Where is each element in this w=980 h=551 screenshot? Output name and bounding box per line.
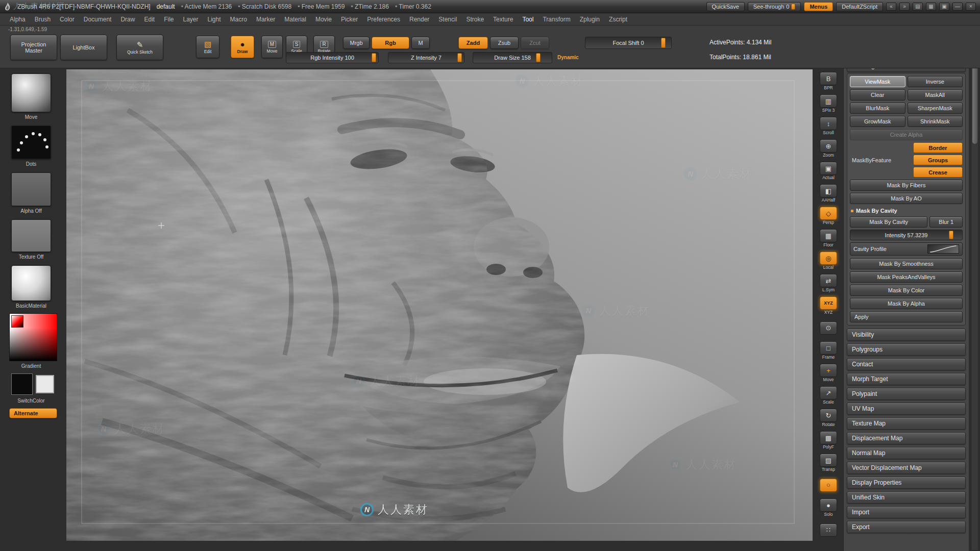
quicksave-button[interactable]: QuickSave xyxy=(706,2,745,11)
see-through-slider[interactable]: See-through 0 xyxy=(748,2,801,11)
layout-icon[interactable]: ▦ xyxy=(926,3,936,11)
section-unified-skin[interactable]: Unified Skin xyxy=(847,491,966,504)
section-morph-target[interactable]: Morph Target xyxy=(847,373,966,385)
blurmask-button[interactable]: BlurMask xyxy=(850,103,905,114)
mask-peaks-and-valleys-button[interactable]: Mask PeaksAndValleys xyxy=(850,271,963,283)
menu-light[interactable]: Light xyxy=(203,16,226,23)
see-through-handle[interactable] xyxy=(791,4,795,10)
menu-zscript[interactable]: Zscript xyxy=(604,16,632,23)
section-polypaint[interactable]: Polypaint xyxy=(847,388,966,400)
menu-layer[interactable]: Layer xyxy=(179,16,203,23)
persp-button[interactable]: ◇Persp xyxy=(817,205,840,227)
xyz-button[interactable]: XYZXYZ xyxy=(817,295,840,316)
menu-material[interactable]: Material xyxy=(280,16,311,23)
scale-3d-button[interactable]: ↗Scale xyxy=(817,385,840,406)
section-normal-map[interactable]: Normal Map xyxy=(847,447,966,459)
frame-button[interactable]: □Frame xyxy=(817,340,840,361)
menu-alpha[interactable]: Alpha xyxy=(5,16,30,23)
bpr-button[interactable]: BBPR xyxy=(817,70,840,92)
color-picker-inner-swatch[interactable] xyxy=(11,315,23,328)
feature-border-button[interactable]: Border xyxy=(913,142,963,153)
menu-movie[interactable]: Movie xyxy=(311,16,336,23)
ghost-button[interactable]: ○ xyxy=(817,474,840,496)
mask-by-alpha-button[interactable]: Mask By Alpha xyxy=(850,298,963,309)
cavity-intensity-handle[interactable] xyxy=(949,231,953,239)
panels-icon[interactable]: ▤ xyxy=(913,3,923,11)
section-displacement-map[interactable]: Displacement Map xyxy=(847,432,966,444)
mask-by-smoothness-button[interactable]: Mask By Smoothness xyxy=(850,258,963,269)
section-contact[interactable]: Contact xyxy=(847,358,966,370)
growmask-button[interactable]: GrowMask xyxy=(850,116,905,127)
menu-tool[interactable]: Tool xyxy=(518,16,538,23)
floor-button[interactable]: ▦Floor xyxy=(817,228,840,249)
create-alpha-button[interactable]: Create Alpha xyxy=(850,129,963,140)
section-uv-map[interactable]: UV Map xyxy=(847,403,966,415)
grid-button[interactable]: ∷ xyxy=(817,519,840,541)
rgb-intensity-slider[interactable]: Rgb Intensity 100 xyxy=(286,52,379,63)
section-vector-displacement-map[interactable]: Vector Displacement Map xyxy=(847,462,966,474)
quick-sketch-button[interactable]: ✎ Quick Sketch xyxy=(116,35,163,60)
m-button[interactable]: M xyxy=(411,37,430,49)
feature-crease-button[interactable]: Crease xyxy=(913,167,963,178)
next-doc-icon[interactable]: » xyxy=(899,3,910,11)
inverse-button[interactable]: Inverse xyxy=(908,76,963,87)
alternate-button[interactable]: Alternate xyxy=(9,408,57,418)
magnify-icon[interactable]: ⊙ xyxy=(817,317,840,339)
shrinkmask-button[interactable]: ShrinkMask xyxy=(908,116,963,127)
rgb-button[interactable]: Rgb xyxy=(372,37,409,49)
draw-size-handle[interactable] xyxy=(536,53,541,62)
menu-edit[interactable]: Edit xyxy=(139,16,159,23)
prev-doc-icon[interactable]: « xyxy=(886,3,896,11)
zadd-button[interactable]: Zadd xyxy=(458,37,488,49)
lsym-button[interactable]: ⇄L.Sym xyxy=(817,272,840,294)
current-stroke-thumbnail[interactable] xyxy=(11,126,51,159)
section-export[interactable]: Export xyxy=(847,521,966,533)
current-texture-thumbnail[interactable] xyxy=(11,219,51,252)
cavity-intensity-slider[interactable]: Intensity 57.3239 xyxy=(850,230,963,240)
menu-picker[interactable]: Picker xyxy=(336,16,362,23)
color-picker[interactable] xyxy=(9,313,57,361)
lightbox-button[interactable]: LightBox xyxy=(60,35,107,60)
current-brush-thumbnail[interactable] xyxy=(11,73,51,112)
section-display-properties[interactable]: Display Properties xyxy=(847,477,966,489)
menu-color[interactable]: Color xyxy=(55,16,79,23)
rgb-intensity-handle[interactable] xyxy=(372,53,376,62)
focal-shift-handle[interactable] xyxy=(661,38,666,48)
alt-color-swatch[interactable] xyxy=(36,375,54,393)
spix-slider[interactable]: ▥SPix 3 xyxy=(817,93,840,114)
move-3d-button[interactable]: +Move xyxy=(817,362,840,384)
zcut-button[interactable]: Zcut xyxy=(521,37,549,49)
panel-scrollbar[interactable] xyxy=(971,14,978,550)
current-material-thumbnail[interactable] xyxy=(11,265,51,301)
sharpenmask-button[interactable]: SharpenMask xyxy=(908,103,963,114)
draw-size-slider[interactable]: Draw Size 158 xyxy=(473,52,552,63)
solo-button[interactable]: ●Solo xyxy=(817,497,840,518)
document-canvas[interactable]: N人人素材 N人人素材 N人人素材 N人人素材 N人人素材 N人人素材 N人人素… xyxy=(66,69,813,541)
local-button[interactable]: ◎Local xyxy=(817,250,840,271)
viewmask-button[interactable]: ViewMask xyxy=(850,76,905,87)
menu-document[interactable]: Document xyxy=(79,16,116,23)
polyframe-button[interactable]: ▩PolyF xyxy=(817,430,840,451)
z-intensity-slider[interactable]: Z Intensity 7 xyxy=(388,52,464,63)
menus-button[interactable]: Menus xyxy=(804,2,833,11)
draw-button[interactable]: ● Draw xyxy=(231,36,254,58)
section-visibility[interactable]: Visibility xyxy=(847,329,966,341)
menu-stencil[interactable]: Stencil xyxy=(434,16,461,23)
section-texture-map[interactable]: Texture Map xyxy=(847,417,966,430)
mask-by-cavity-button[interactable]: Mask By Cavity xyxy=(850,216,927,228)
mask-by-fibers-button[interactable]: Mask By Fibers xyxy=(850,180,963,191)
transparency-button[interactable]: ▨Transp xyxy=(817,452,840,473)
menu-stroke[interactable]: Stroke xyxy=(461,16,488,23)
menu-texture[interactable]: Texture xyxy=(488,16,518,23)
minimize-icon[interactable]: — xyxy=(952,3,963,11)
apply-button[interactable]: Apply xyxy=(850,311,963,322)
rotate-3d-button[interactable]: ↻Rotate xyxy=(817,407,840,429)
menu-marker[interactable]: Marker xyxy=(252,16,280,23)
menu-transform[interactable]: Transform xyxy=(538,16,575,23)
main-color-swatch[interactable] xyxy=(11,373,33,395)
menu-render[interactable]: Render xyxy=(405,16,434,23)
maskall-button[interactable]: MaskAll xyxy=(908,89,963,101)
cavity-profile-widget[interactable]: Cavity Profile xyxy=(850,242,963,256)
menu-draw[interactable]: Draw xyxy=(116,16,139,23)
aahalf-button[interactable]: ◧AAHalf xyxy=(817,183,840,204)
